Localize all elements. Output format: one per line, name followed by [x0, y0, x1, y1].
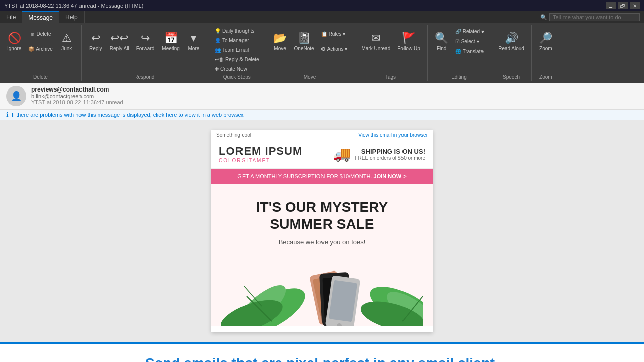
- tropical-scene: [221, 256, 423, 326]
- tab-message[interactable]: Message: [22, 11, 59, 23]
- to-manager-icon: 👤: [215, 38, 221, 43]
- follow-up-icon: 🚩: [402, 32, 416, 45]
- ribbon-group-move: 📂 Move 📓 OneNote 📋 Rules ▾ ⚙ Actions ▾: [266, 25, 355, 81]
- ribbon-group-zoom: 🔎 Zoom Zoom: [532, 25, 560, 81]
- email-top-bar: Something cool View this email in your b…: [211, 130, 433, 140]
- rules-button[interactable]: 📋 Rules ▾: [318, 29, 350, 38]
- email-body: Something cool View this email in your b…: [211, 130, 433, 332]
- ignore-button[interactable]: 🚫 Ignore: [4, 26, 24, 56]
- onenote-button[interactable]: 📓 OneNote: [291, 26, 317, 56]
- editing-small-stack: 🔗 Related ▾ ☑ Select ▾ 🌐 Translate: [453, 26, 487, 56]
- tags-buttons: ✉ Mark Unread 🚩 Follow Up: [358, 26, 423, 73]
- email-content-area: Something cool View this email in your b…: [0, 120, 644, 342]
- maximize-button[interactable]: 🗗: [618, 2, 628, 9]
- delete-button[interactable]: 🗑 Delete: [25, 27, 55, 41]
- minimize-button[interactable]: 🗕: [606, 2, 616, 9]
- related-button[interactable]: 🔗 Related ▾: [453, 27, 487, 36]
- create-new-button[interactable]: ✚ Create New: [212, 64, 250, 73]
- email-header: 👤 previews@contacthall.com b.link@contac…: [0, 83, 644, 110]
- respond-buttons: ↩ Reply ↩↩ Reply All ↪ Forward 📅 Meeting…: [86, 26, 204, 73]
- more-button[interactable]: ▾ More: [184, 26, 204, 56]
- forward-button[interactable]: ↪ Forward: [133, 26, 158, 56]
- forward-icon: ↪: [141, 32, 150, 45]
- to-manager-button[interactable]: 👤 To Manager: [212, 36, 252, 45]
- related-icon: 🔗: [455, 29, 461, 34]
- tab-help[interactable]: Help: [59, 11, 85, 23]
- ignore-icon: 🚫: [8, 32, 21, 45]
- zoom-button[interactable]: 🔎 Zoom: [536, 26, 556, 56]
- ribbon-group-speech: 🔊 Read Aloud Speech: [491, 25, 532, 81]
- email-to: b.link@contactgreen.com: [31, 93, 638, 99]
- archive-button[interactable]: 📦 Archive: [25, 42, 55, 56]
- shipping-truck-icon: 🚚: [333, 146, 351, 162]
- search-icon: 🔍: [540, 14, 547, 21]
- sender-avatar: 👤: [6, 86, 26, 106]
- ribbon-tabs: File Message Help 🔍: [0, 11, 644, 23]
- move-buttons: 📂 Move 📓 OneNote 📋 Rules ▾ ⚙ Actions ▾: [270, 26, 350, 73]
- brand-tagline: COLORSITAMET: [219, 158, 302, 163]
- window-controls: 🗕 🗗 ✕: [606, 2, 640, 9]
- window-title: YTST at 2018-08-22 11:36:47 unread - Mes…: [4, 3, 143, 9]
- read-aloud-button[interactable]: 🔊 Read Aloud: [495, 26, 527, 56]
- bottom-banner-text: Send emails that are pixel perfect in an…: [145, 355, 499, 363]
- daily-thoughts-icon: 💡: [215, 28, 221, 34]
- move-small-stack: 📋 Rules ▾ ⚙ Actions ▾: [318, 26, 350, 56]
- promo-text: GET A MONTHLY SUBSCRIPTION FOR $10/MONTH…: [237, 173, 372, 179]
- more-icon: ▾: [191, 32, 196, 45]
- shipping-info: 🚚 SHIPPING IS ON US! FREE on orders of $…: [333, 146, 425, 162]
- team-email-button[interactable]: 👥 Team Email: [212, 45, 251, 54]
- reply-icon: ↩: [91, 32, 100, 45]
- select-button[interactable]: ☑ Select ▾: [453, 37, 487, 46]
- delete-group-label: Delete: [33, 74, 48, 80]
- ribbon-group-tags: ✉ Mark Unread 🚩 Follow Up Tags: [354, 25, 427, 81]
- reply-delete-button[interactable]: ↩🗑 Reply & Delete: [212, 55, 262, 64]
- daily-thoughts-button[interactable]: 💡 Daily thoughts: [212, 26, 257, 35]
- tab-file[interactable]: File: [0, 11, 22, 23]
- find-button[interactable]: 🔍 Find: [432, 26, 452, 56]
- move-button[interactable]: 📂 Move: [270, 26, 290, 56]
- info-bar[interactable]: ℹ If there are problems with how this me…: [0, 110, 644, 120]
- translate-icon: 🌐: [455, 49, 461, 54]
- info-bar-text: If there are problems with how this mess…: [12, 112, 245, 118]
- rules-dropdown-icon: ▾: [343, 31, 345, 37]
- rules-icon: 📋: [321, 31, 327, 37]
- translate-button[interactable]: 🌐 Translate: [453, 47, 487, 56]
- close-button[interactable]: ✕: [630, 2, 640, 9]
- team-email-icon: 👥: [215, 47, 221, 53]
- quicksteps-group-label: Quick Steps: [223, 74, 251, 80]
- bottom-banner: Send emails that are pixel perfect in an…: [0, 342, 644, 362]
- related-dropdown-icon: ▾: [481, 29, 484, 34]
- brand-name: LOREM IPSUM: [219, 145, 302, 158]
- editing-group-label: Editing: [451, 74, 467, 80]
- meeting-icon: 📅: [164, 32, 178, 45]
- tags-group-label: Tags: [385, 74, 396, 80]
- view-browser-link[interactable]: View this email in your browser: [358, 132, 428, 138]
- email-meta: previews@contacthall.com b.link@contactg…: [31, 86, 638, 105]
- hero-title: IT'S OUR MYSTERY SUMMER SALE: [221, 199, 423, 232]
- select-icon: ☑: [455, 39, 460, 44]
- delete-icon: 🗑: [30, 31, 35, 37]
- info-icon: ℹ: [6, 111, 9, 118]
- email-time: YTST at 2018-08-22 11:36:47 unread: [31, 99, 638, 105]
- speech-group-label: Speech: [503, 74, 520, 80]
- email-subject: Something cool: [216, 132, 251, 138]
- follow-up-button[interactable]: 🚩 Follow Up: [394, 26, 423, 56]
- reply-delete-icon: ↩🗑: [215, 57, 224, 62]
- ribbon-search-input[interactable]: [549, 13, 640, 21]
- archive-icon: 📦: [28, 46, 34, 52]
- reply-button[interactable]: ↩ Reply: [86, 26, 106, 56]
- tropical-svg: [221, 256, 423, 326]
- shipping-title: SHIPPING IS ON US!: [355, 148, 425, 155]
- junk-button[interactable]: ⚠ Junk: [57, 26, 77, 56]
- actions-button[interactable]: ⚙ Actions ▾: [318, 44, 350, 53]
- promo-cta[interactable]: JOIN NOW >: [374, 173, 407, 179]
- read-aloud-icon: 🔊: [505, 32, 518, 45]
- respond-group-label: Respond: [134, 74, 154, 80]
- mark-unread-button[interactable]: ✉ Mark Unread: [358, 26, 393, 56]
- reply-all-button[interactable]: ↩↩ Reply All: [107, 26, 132, 56]
- move-icon: 📂: [273, 32, 287, 45]
- meeting-button[interactable]: 📅 Meeting: [158, 26, 183, 56]
- mark-unread-icon: ✉: [371, 32, 380, 45]
- actions-icon: ⚙: [321, 46, 326, 52]
- speech-buttons: 🔊 Read Aloud: [495, 26, 527, 73]
